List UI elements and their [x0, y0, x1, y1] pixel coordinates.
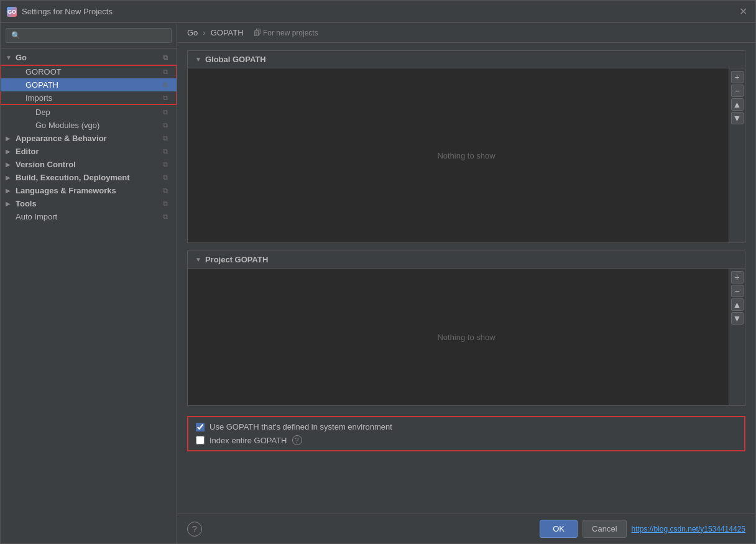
project-gopath-header: ▼ Project GOPATH: [188, 251, 745, 269]
sidebar-item-languages[interactable]: ▶ Languages & Frameworks ⧉: [1, 184, 177, 197]
global-gopath-title: Global GOPATH: [205, 55, 266, 64]
project-gopath-empty: Nothing to show: [437, 333, 495, 342]
versioncontrol-label: Version Control: [16, 160, 163, 169]
global-gopath-add-button[interactable]: +: [731, 71, 744, 83]
appearance-copy-icon: ⧉: [163, 134, 172, 143]
dep-label: Dep: [35, 108, 163, 117]
project-gopath-section: ▼ Project GOPATH Nothing to show + − ▲ ▼: [187, 251, 745, 406]
for-new-projects-label: 🗐 For new projects: [254, 29, 318, 37]
project-gopath-down-button[interactable]: ▼: [731, 312, 744, 325]
project-gopath-side-buttons: + − ▲ ▼: [729, 269, 745, 405]
dep-copy-icon: ⧉: [163, 108, 172, 117]
sidebar-item-dep[interactable]: Dep ⧉: [1, 106, 177, 119]
index-gopath-help-icon[interactable]: ?: [292, 435, 302, 445]
settings-window: GO Settings for New Projects ✕ ▼ Go ⧉: [0, 0, 756, 544]
use-gopath-checkbox[interactable]: [196, 423, 205, 431]
build-label: Build, Execution, Deployment: [16, 173, 163, 182]
index-gopath-checkbox[interactable]: [196, 436, 205, 445]
sidebar-item-autoimport[interactable]: Auto Import ⧉: [1, 210, 177, 223]
global-gopath-up-button[interactable]: ▲: [731, 98, 744, 111]
sidebar-item-gopath[interactable]: GOPATH ⧉: [1, 78, 177, 91]
sidebar-item-editor[interactable]: ▶ Editor ⧉: [1, 145, 177, 158]
project-gopath-body: Nothing to show + − ▲ ▼: [188, 269, 745, 405]
sidebar-item-tools[interactable]: ▶ Tools ⧉: [1, 197, 177, 210]
sidebar-item-goroot[interactable]: GOROOT ⧉: [1, 65, 177, 78]
languages-arrow-icon: ▶: [6, 187, 16, 194]
title-bar: GO Settings for New Projects ✕: [1, 1, 755, 23]
settings-tree: ▼ Go ⧉ GOROOT ⧉ GOPATH ⧉: [1, 48, 177, 543]
autoimport-label: Auto Import: [16, 212, 163, 221]
project-gopath-title: Project GOPATH: [205, 255, 268, 264]
gopath-content: ▼ Global GOPATH Nothing to show + − ▲ ▼: [177, 43, 755, 514]
sidebar-item-build[interactable]: ▶ Build, Execution, Deployment ⧉: [1, 171, 177, 184]
app-icon: GO: [7, 7, 17, 17]
editor-arrow-icon: ▶: [6, 148, 16, 155]
gopath-label: GOPATH: [25, 80, 163, 90]
autoimport-copy-icon: ⧉: [163, 213, 172, 221]
breadcrumb: Go › GOPATH 🗐 For new projects: [177, 23, 755, 43]
project-gopath-up-button[interactable]: ▲: [731, 298, 744, 311]
gomodules-label: Go Modules (vgo): [35, 121, 163, 130]
go-arrow-icon: ▼: [6, 54, 16, 61]
breadcrumb-separator: ›: [203, 28, 205, 37]
url-hint[interactable]: https://blog.csdn.net/y1534414425: [632, 525, 745, 533]
window-title: Settings for New Projects: [22, 7, 113, 16]
build-arrow-icon: ▶: [6, 174, 16, 181]
main-layout: ▼ Go ⧉ GOROOT ⧉ GOPATH ⧉: [1, 23, 755, 543]
goroot-copy-icon: ⧉: [163, 68, 172, 76]
global-gopath-remove-button[interactable]: −: [731, 85, 744, 97]
search-box: [1, 23, 177, 48]
global-gopath-body: Nothing to show + − ▲ ▼: [188, 68, 745, 242]
close-button[interactable]: ✕: [739, 7, 749, 17]
index-gopath-row: Index entire GOPATH ?: [196, 435, 737, 445]
global-gopath-empty: Nothing to show: [437, 151, 495, 160]
action-buttons: OK Cancel https://blog.csdn.net/y1534414…: [540, 520, 745, 538]
sidebar: ▼ Go ⧉ GOROOT ⧉ GOPATH ⧉: [1, 23, 177, 543]
project-gopath-remove-button[interactable]: −: [731, 285, 744, 297]
global-gopath-down-button[interactable]: ▼: [731, 112, 744, 124]
languages-label: Languages & Frameworks: [16, 186, 163, 195]
global-gopath-arrow-icon[interactable]: ▼: [195, 56, 201, 63]
use-gopath-label: Use GOPATH that's defined in system envi…: [210, 422, 392, 431]
appearance-label: Appearance & Behavior: [16, 134, 163, 143]
sidebar-item-gomodules[interactable]: Go Modules (vgo) ⧉: [1, 119, 177, 132]
global-gopath-side-buttons: + − ▲ ▼: [729, 68, 745, 242]
versioncontrol-copy-icon: ⧉: [163, 160, 172, 169]
bottom-bar: ? OK Cancel https://blog.csdn.net/y15344…: [177, 514, 755, 543]
sidebar-item-imports[interactable]: Imports ⧉: [1, 91, 177, 104]
project-gopath-add-button[interactable]: +: [731, 271, 744, 284]
tools-copy-icon: ⧉: [163, 200, 172, 208]
cancel-button[interactable]: Cancel: [583, 520, 626, 538]
sidebar-item-go[interactable]: ▼ Go ⧉: [1, 51, 177, 64]
go-children-group: GOROOT ⧉ GOPATH ⧉ Imports ⧉: [1, 65, 177, 104]
languages-copy-icon: ⧉: [163, 187, 172, 195]
sidebar-item-appearance[interactable]: ▶ Appearance & Behavior ⧉: [1, 132, 177, 145]
goroot-label: GOROOT: [25, 67, 163, 76]
imports-copy-icon: ⧉: [163, 94, 172, 103]
go-label: Go: [16, 53, 163, 62]
breadcrumb-parent: Go: [187, 28, 198, 37]
global-gopath-section: ▼ Global GOPATH Nothing to show + − ▲ ▼: [187, 50, 745, 243]
project-gopath-arrow-icon[interactable]: ▼: [195, 256, 201, 263]
tools-arrow-icon: ▶: [6, 200, 16, 207]
help-button[interactable]: ?: [187, 522, 202, 537]
appearance-arrow-icon: ▶: [6, 135, 16, 142]
sidebar-item-versioncontrol[interactable]: ▶ Version Control ⧉: [1, 158, 177, 171]
go-copy-icon: ⧉: [163, 53, 172, 62]
editor-label: Editor: [16, 147, 163, 156]
breadcrumb-current: GOPATH: [211, 28, 244, 37]
gomodules-copy-icon: ⧉: [163, 121, 172, 130]
editor-copy-icon: ⧉: [163, 147, 172, 156]
tools-label: Tools: [16, 199, 163, 208]
main-panel: Go › GOPATH 🗐 For new projects ▼ Global …: [177, 23, 755, 543]
index-gopath-label: Index entire GOPATH: [210, 436, 287, 445]
build-copy-icon: ⧉: [163, 173, 172, 182]
use-gopath-row: Use GOPATH that's defined in system envi…: [196, 422, 737, 431]
gopath-copy-icon: ⧉: [163, 81, 172, 90]
footer-options: Use GOPATH that's defined in system envi…: [187, 416, 745, 451]
global-gopath-header: ▼ Global GOPATH: [188, 51, 745, 68]
imports-label: Imports: [25, 93, 163, 103]
versioncontrol-arrow-icon: ▶: [6, 161, 16, 168]
ok-button[interactable]: OK: [540, 520, 578, 538]
search-input[interactable]: [6, 28, 172, 43]
